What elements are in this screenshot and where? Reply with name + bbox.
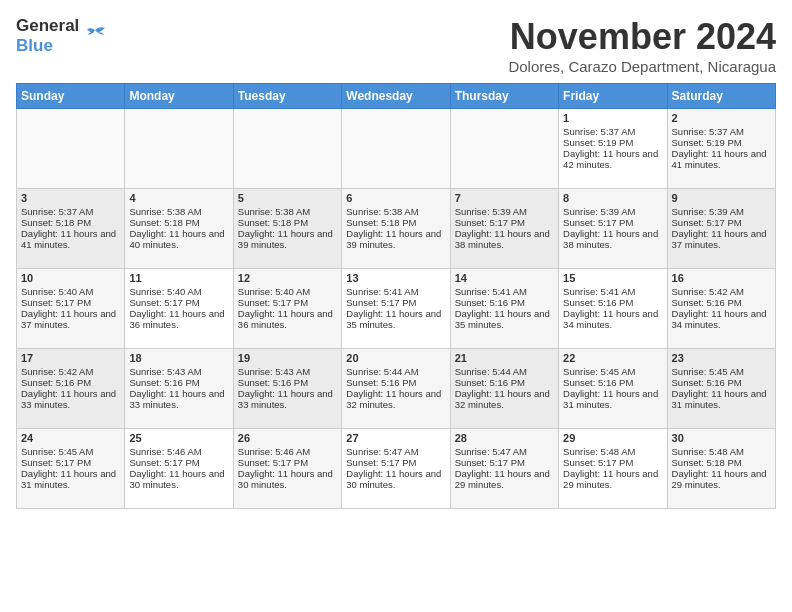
col-monday: Monday xyxy=(125,84,233,109)
sunset-text: Sunset: 5:17 PM xyxy=(346,297,416,308)
daylight-text: Daylight: 11 hours and 31 minutes. xyxy=(21,468,116,490)
calendar-cell: 3Sunrise: 5:37 AMSunset: 5:18 PMDaylight… xyxy=(17,189,125,269)
daylight-text: Daylight: 11 hours and 32 minutes. xyxy=(346,388,441,410)
day-number: 26 xyxy=(238,432,337,444)
calendar-cell: 23Sunrise: 5:45 AMSunset: 5:16 PMDayligh… xyxy=(667,349,775,429)
daylight-text: Daylight: 11 hours and 38 minutes. xyxy=(563,228,658,250)
sunrise-text: Sunrise: 5:45 AM xyxy=(21,446,93,457)
daylight-text: Daylight: 11 hours and 33 minutes. xyxy=(21,388,116,410)
col-thursday: Thursday xyxy=(450,84,558,109)
calendar-cell: 21Sunrise: 5:44 AMSunset: 5:16 PMDayligh… xyxy=(450,349,558,429)
sunrise-text: Sunrise: 5:46 AM xyxy=(129,446,201,457)
daylight-text: Daylight: 11 hours and 29 minutes. xyxy=(563,468,658,490)
calendar-cell: 29Sunrise: 5:48 AMSunset: 5:17 PMDayligh… xyxy=(559,429,667,509)
calendar-cell: 18Sunrise: 5:43 AMSunset: 5:16 PMDayligh… xyxy=(125,349,233,429)
sunrise-text: Sunrise: 5:44 AM xyxy=(455,366,527,377)
sunrise-text: Sunrise: 5:43 AM xyxy=(238,366,310,377)
daylight-text: Daylight: 11 hours and 30 minutes. xyxy=(129,468,224,490)
calendar-header-row: Sunday Monday Tuesday Wednesday Thursday… xyxy=(17,84,776,109)
sunset-text: Sunset: 5:17 PM xyxy=(238,457,308,468)
sunrise-text: Sunrise: 5:40 AM xyxy=(238,286,310,297)
day-number: 28 xyxy=(455,432,554,444)
page-header: General Blue November 2024 Dolores, Cara… xyxy=(16,16,776,75)
sunset-text: Sunset: 5:17 PM xyxy=(21,297,91,308)
calendar-cell: 17Sunrise: 5:42 AMSunset: 5:16 PMDayligh… xyxy=(17,349,125,429)
calendar-cell: 6Sunrise: 5:38 AMSunset: 5:18 PMDaylight… xyxy=(342,189,450,269)
day-number: 9 xyxy=(672,192,771,204)
sunset-text: Sunset: 5:18 PM xyxy=(238,217,308,228)
daylight-text: Daylight: 11 hours and 33 minutes. xyxy=(129,388,224,410)
day-number: 23 xyxy=(672,352,771,364)
calendar-cell: 1Sunrise: 5:37 AMSunset: 5:19 PMDaylight… xyxy=(559,109,667,189)
calendar-cell: 12Sunrise: 5:40 AMSunset: 5:17 PMDayligh… xyxy=(233,269,341,349)
daylight-text: Daylight: 11 hours and 32 minutes. xyxy=(455,388,550,410)
calendar-cell xyxy=(125,109,233,189)
sunrise-text: Sunrise: 5:37 AM xyxy=(563,126,635,137)
sunrise-text: Sunrise: 5:44 AM xyxy=(346,366,418,377)
daylight-text: Daylight: 11 hours and 29 minutes. xyxy=(672,468,767,490)
calendar-cell: 22Sunrise: 5:45 AMSunset: 5:16 PMDayligh… xyxy=(559,349,667,429)
day-number: 2 xyxy=(672,112,771,124)
calendar-cell: 9Sunrise: 5:39 AMSunset: 5:17 PMDaylight… xyxy=(667,189,775,269)
daylight-text: Daylight: 11 hours and 35 minutes. xyxy=(346,308,441,330)
week-row-1: 1Sunrise: 5:37 AMSunset: 5:19 PMDaylight… xyxy=(17,109,776,189)
sunset-text: Sunset: 5:16 PM xyxy=(563,297,633,308)
daylight-text: Daylight: 11 hours and 39 minutes. xyxy=(346,228,441,250)
sunset-text: Sunset: 5:16 PM xyxy=(672,377,742,388)
calendar-cell: 26Sunrise: 5:46 AMSunset: 5:17 PMDayligh… xyxy=(233,429,341,509)
sunset-text: Sunset: 5:18 PM xyxy=(21,217,91,228)
sunset-text: Sunset: 5:18 PM xyxy=(346,217,416,228)
day-number: 25 xyxy=(129,432,228,444)
daylight-text: Daylight: 11 hours and 29 minutes. xyxy=(455,468,550,490)
sunset-text: Sunset: 5:17 PM xyxy=(455,457,525,468)
logo-inner: General Blue xyxy=(16,16,109,57)
day-number: 8 xyxy=(563,192,662,204)
col-saturday: Saturday xyxy=(667,84,775,109)
sunset-text: Sunset: 5:16 PM xyxy=(455,297,525,308)
sunrise-text: Sunrise: 5:40 AM xyxy=(21,286,93,297)
week-row-3: 10Sunrise: 5:40 AMSunset: 5:17 PMDayligh… xyxy=(17,269,776,349)
sunset-text: Sunset: 5:16 PM xyxy=(129,377,199,388)
col-tuesday: Tuesday xyxy=(233,84,341,109)
daylight-text: Daylight: 11 hours and 31 minutes. xyxy=(563,388,658,410)
daylight-text: Daylight: 11 hours and 41 minutes. xyxy=(672,148,767,170)
day-number: 17 xyxy=(21,352,120,364)
calendar-cell xyxy=(17,109,125,189)
sunrise-text: Sunrise: 5:42 AM xyxy=(21,366,93,377)
sunrise-text: Sunrise: 5:39 AM xyxy=(455,206,527,217)
day-number: 20 xyxy=(346,352,445,364)
sunrise-text: Sunrise: 5:40 AM xyxy=(129,286,201,297)
sunset-text: Sunset: 5:17 PM xyxy=(672,217,742,228)
calendar-cell: 8Sunrise: 5:39 AMSunset: 5:17 PMDaylight… xyxy=(559,189,667,269)
day-number: 22 xyxy=(563,352,662,364)
sunrise-text: Sunrise: 5:39 AM xyxy=(672,206,744,217)
sunset-text: Sunset: 5:19 PM xyxy=(563,137,633,148)
logo-blue: Blue xyxy=(16,36,79,56)
calendar-cell: 4Sunrise: 5:38 AMSunset: 5:18 PMDaylight… xyxy=(125,189,233,269)
daylight-text: Daylight: 11 hours and 33 minutes. xyxy=(238,388,333,410)
day-number: 30 xyxy=(672,432,771,444)
sunrise-text: Sunrise: 5:37 AM xyxy=(21,206,93,217)
day-number: 4 xyxy=(129,192,228,204)
calendar-cell: 7Sunrise: 5:39 AMSunset: 5:17 PMDaylight… xyxy=(450,189,558,269)
day-number: 6 xyxy=(346,192,445,204)
calendar-cell: 2Sunrise: 5:37 AMSunset: 5:19 PMDaylight… xyxy=(667,109,775,189)
sunset-text: Sunset: 5:17 PM xyxy=(455,217,525,228)
location-title: Dolores, Carazo Department, Nicaragua xyxy=(508,58,776,75)
logo-general: General xyxy=(16,16,79,36)
day-number: 5 xyxy=(238,192,337,204)
sunset-text: Sunset: 5:17 PM xyxy=(238,297,308,308)
daylight-text: Daylight: 11 hours and 41 minutes. xyxy=(21,228,116,250)
daylight-text: Daylight: 11 hours and 37 minutes. xyxy=(21,308,116,330)
daylight-text: Daylight: 11 hours and 40 minutes. xyxy=(129,228,224,250)
col-sunday: Sunday xyxy=(17,84,125,109)
calendar-cell xyxy=(342,109,450,189)
sunset-text: Sunset: 5:17 PM xyxy=(563,457,633,468)
daylight-text: Daylight: 11 hours and 37 minutes. xyxy=(672,228,767,250)
day-number: 16 xyxy=(672,272,771,284)
calendar-cell: 16Sunrise: 5:42 AMSunset: 5:16 PMDayligh… xyxy=(667,269,775,349)
daylight-text: Daylight: 11 hours and 30 minutes. xyxy=(238,468,333,490)
sunrise-text: Sunrise: 5:41 AM xyxy=(455,286,527,297)
day-number: 14 xyxy=(455,272,554,284)
calendar-cell: 25Sunrise: 5:46 AMSunset: 5:17 PMDayligh… xyxy=(125,429,233,509)
